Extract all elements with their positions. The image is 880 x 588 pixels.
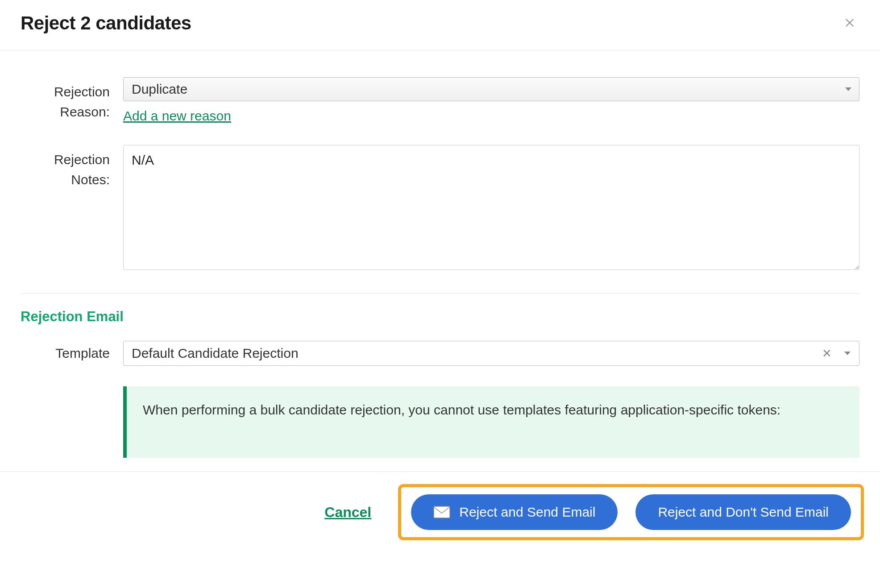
rejection-reason-select[interactable]: Duplicate [123, 77, 859, 101]
email-icon [433, 506, 450, 518]
template-combo-wrap: Default Candidate Rejection ✕ [123, 341, 859, 366]
chevron-down-icon[interactable] [844, 352, 851, 355]
template-value: Default Candidate Rejection [132, 346, 299, 361]
cancel-link[interactable]: Cancel [324, 504, 371, 521]
template-row: Template Default Candidate Rejection ✕ [21, 341, 859, 366]
rejection-reason-row: Rejection Reason: Duplicate Add a new re… [21, 77, 859, 124]
close-icon [843, 17, 856, 30]
svg-rect-2 [434, 506, 450, 518]
reject-send-label: Reject and Send Email [459, 505, 595, 520]
action-highlight: Reject and Send Email Reject and Don't S… [398, 484, 864, 540]
rejection-notes-textarea[interactable] [123, 145, 859, 270]
modal-title: Reject 2 candidates [21, 12, 191, 34]
rejection-notes-label: Rejection Notes: [21, 149, 110, 190]
clear-icon[interactable]: ✕ [820, 345, 834, 362]
info-panel: When performing a bulk candidate rejecti… [123, 386, 859, 458]
modal-footer: Cancel Reject and Send Email Reject and … [0, 471, 880, 553]
reject-candidates-modal: Reject 2 candidates Rejection Reason: Du… [0, 0, 880, 553]
rejection-reason-label: Rejection Reason: [21, 82, 110, 122]
section-divider [21, 293, 859, 294]
label-col: Rejection Reason: [21, 77, 110, 124]
label-col: Rejection Notes: [21, 145, 110, 272]
template-select[interactable]: Default Candidate Rejection [123, 341, 859, 366]
rejection-notes-row: Rejection Notes: [21, 145, 859, 272]
reject-and-send-button[interactable]: Reject and Send Email [411, 494, 618, 530]
template-label: Template [21, 346, 110, 361]
info-text: When performing a bulk candidate rejecti… [143, 402, 780, 417]
modal-header: Reject 2 candidates [0, 0, 880, 50]
add-reason-link[interactable]: Add a new reason [123, 108, 231, 124]
reject-no-send-button[interactable]: Reject and Don't Send Email [635, 494, 851, 530]
rejection-email-heading: Rejection Email [21, 309, 859, 325]
reject-no-send-label: Reject and Don't Send Email [658, 505, 829, 520]
modal-body: Rejection Reason: Duplicate Add a new re… [0, 50, 880, 458]
chevron-down-icon [845, 87, 851, 91]
control-col: Duplicate Add a new reason [123, 77, 859, 124]
close-button[interactable] [840, 13, 859, 34]
rejection-reason-select-wrap: Duplicate [123, 77, 859, 101]
control-col [123, 145, 859, 272]
rejection-reason-value: Duplicate [132, 82, 187, 97]
